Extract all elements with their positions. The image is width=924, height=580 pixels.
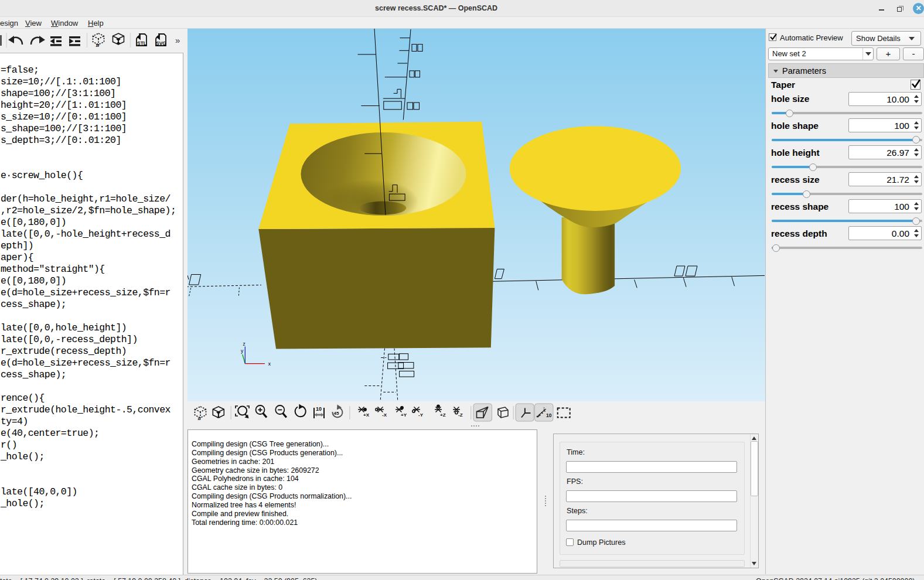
svg-text:+Z: +Z: [440, 412, 446, 418]
svg-text:z: z: [243, 341, 246, 347]
svg-text:+Y: +Y: [401, 412, 407, 418]
svg-text:-Z: -Z: [458, 412, 463, 418]
svg-text:STL: STL: [137, 40, 146, 46]
svg-text:-X: -X: [382, 412, 387, 418]
svg-text:10: 10: [316, 406, 322, 412]
svg-text:x: x: [268, 361, 271, 367]
svg-text:10: 10: [546, 412, 552, 418]
svg-text:+X: +X: [363, 412, 370, 418]
svg-text:»: »: [197, 415, 201, 422]
svg-text:»: »: [96, 41, 100, 49]
svg-text:»: »: [175, 35, 180, 45]
svg-text:SVG: SVG: [156, 40, 166, 46]
svg-text:45: 45: [334, 411, 339, 416]
svg-text:-Y: -Y: [418, 412, 424, 418]
